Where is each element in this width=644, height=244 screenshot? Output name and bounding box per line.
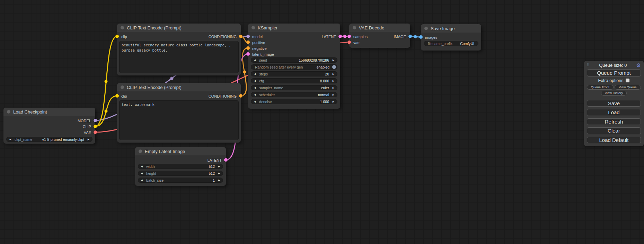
widget-seed[interactable]: ◀ seed 156680208700286 ▶ bbox=[251, 57, 337, 63]
widget-filename-prefix[interactable]: filename_prefix ComfyUI bbox=[424, 41, 478, 46]
decrement-arrow-icon[interactable]: ◀ bbox=[140, 165, 143, 168]
widget-denoise[interactable]: ◀ denoise 1.000 ▶ bbox=[251, 99, 337, 104]
widget-ckpt-name[interactable]: ◀ ckpt_name v1-5-pruned-emaonly.ckpt ▶ bbox=[6, 137, 92, 142]
collapse-icon[interactable] bbox=[424, 27, 428, 30]
node-title-bar[interactable]: CLIP Text Encode (Prompt) bbox=[117, 24, 241, 32]
collapse-icon[interactable] bbox=[252, 26, 255, 29]
widget-cfg[interactable]: ◀ cfg 8.000 ▶ bbox=[251, 78, 337, 83]
toggle-knob[interactable] bbox=[332, 65, 336, 69]
view-queue-button[interactable]: View Queue bbox=[615, 85, 641, 90]
node-clip-text-encode-negative[interactable]: CLIP Text Encode (Prompt) clip CONDITION… bbox=[117, 83, 241, 143]
increment-arrow-icon[interactable]: ▶ bbox=[332, 100, 335, 103]
input-slot-latent-image[interactable] bbox=[246, 52, 250, 56]
node-title-bar[interactable]: KSampler bbox=[248, 24, 340, 32]
input-slot-negative[interactable] bbox=[246, 46, 250, 50]
input-slot-images[interactable] bbox=[419, 35, 423, 39]
increment-arrow-icon[interactable]: ▶ bbox=[218, 165, 221, 168]
collapse-icon[interactable] bbox=[139, 150, 142, 153]
settings-gear-icon[interactable]: ⚙ bbox=[636, 63, 641, 68]
widget-value: 512 bbox=[209, 164, 217, 169]
output-label-latent: LATENT bbox=[208, 158, 222, 162]
increment-arrow-icon[interactable]: ▶ bbox=[218, 172, 221, 175]
decrement-arrow-icon[interactable]: ◀ bbox=[253, 59, 256, 62]
save-button[interactable]: Save bbox=[587, 100, 641, 107]
output-slot-latent[interactable] bbox=[338, 35, 342, 38]
extra-options-checkbox[interactable] bbox=[626, 79, 629, 82]
input-slot-model[interactable] bbox=[246, 35, 250, 38]
node-empty-latent-image[interactable]: Empty Latent Image LATENT ◀ width 512 ▶ … bbox=[135, 147, 226, 186]
slot-list: samples IMAGE vae bbox=[349, 32, 410, 45]
increment-arrow-icon[interactable]: ▶ bbox=[332, 73, 335, 75]
decrement-arrow-icon[interactable]: ◀ bbox=[9, 138, 12, 141]
slot-list: clip CONDITIONING bbox=[117, 91, 241, 99]
drag-handle-icon[interactable]: ⠿ bbox=[587, 63, 590, 67]
widget-steps[interactable]: ◀ steps 20 ▶ bbox=[251, 71, 337, 76]
node-title: Save Image bbox=[431, 26, 455, 31]
output-slot-model[interactable] bbox=[94, 119, 97, 122]
increment-arrow-icon[interactable]: ▶ bbox=[218, 179, 221, 182]
widget-sampler-name[interactable]: ◀ sampler_name euler ▶ bbox=[251, 85, 337, 90]
output-slot-image[interactable] bbox=[408, 35, 412, 38]
decrement-arrow-icon[interactable]: ◀ bbox=[253, 100, 256, 103]
decrement-arrow-icon[interactable]: ◀ bbox=[253, 87, 256, 89]
decrement-arrow-icon[interactable]: ◀ bbox=[253, 80, 256, 82]
node-title-bar[interactable]: Load Checkpoint bbox=[3, 108, 95, 116]
widget-height[interactable]: ◀ height 512 ▶ bbox=[138, 171, 223, 176]
node-title-bar[interactable]: Empty Latent Image bbox=[135, 147, 226, 155]
view-history-button[interactable]: View History bbox=[601, 91, 627, 96]
decrement-arrow-icon[interactable]: ◀ bbox=[140, 172, 143, 175]
increment-arrow-icon[interactable]: ▶ bbox=[332, 59, 335, 62]
output-slot-vae[interactable] bbox=[94, 130, 97, 134]
node-save-image[interactable]: Save Image images filename_prefix ComfyU… bbox=[421, 24, 481, 51]
increment-arrow-icon[interactable]: ▶ bbox=[332, 87, 335, 89]
collapse-icon[interactable] bbox=[121, 85, 124, 89]
load-default-button[interactable]: Load Default bbox=[587, 137, 641, 144]
decrement-arrow-icon[interactable]: ◀ bbox=[253, 93, 256, 96]
widget-scheduler[interactable]: ◀ scheduler normal ▶ bbox=[251, 92, 337, 97]
output-label-model: MODEL bbox=[78, 119, 91, 123]
node-title-bar[interactable]: Save Image bbox=[421, 24, 481, 33]
clear-button[interactable]: Clear bbox=[587, 127, 641, 134]
node-clip-text-encode-positive[interactable]: CLIP Text Encode (Prompt) clip CONDITION… bbox=[117, 24, 241, 75]
queue-front-button[interactable]: Queue Front bbox=[587, 85, 614, 90]
widget-batch-size[interactable]: ◀ batch_size 1 ▶ bbox=[138, 178, 223, 183]
increment-arrow-icon[interactable]: ▶ bbox=[332, 93, 335, 96]
decrement-arrow-icon[interactable]: ◀ bbox=[253, 73, 256, 75]
collapse-icon[interactable] bbox=[353, 26, 356, 29]
output-slot-conditioning[interactable] bbox=[239, 35, 242, 38]
refresh-button[interactable]: Refresh bbox=[587, 118, 641, 125]
node-load-checkpoint[interactable]: Load Checkpoint MODEL CLIP VAE ◀ ckpt_na… bbox=[3, 108, 95, 144]
output-slot-clip[interactable] bbox=[94, 125, 97, 128]
queue-prompt-button[interactable]: Queue Prompt bbox=[587, 69, 641, 76]
collapse-icon[interactable] bbox=[121, 26, 124, 29]
slot-list: model LATENT positive negative latent_im… bbox=[248, 32, 340, 57]
input-slot-samples[interactable] bbox=[347, 35, 351, 38]
output-slot-conditioning[interactable] bbox=[239, 94, 242, 98]
queue-size-label: Queue size: 0 bbox=[590, 63, 636, 68]
input-slot-vae[interactable] bbox=[347, 40, 351, 44]
widget-width[interactable]: ◀ width 512 ▶ bbox=[138, 164, 223, 169]
load-button[interactable]: Load bbox=[587, 109, 641, 116]
node-title-bar[interactable]: CLIP Text Encode (Prompt) bbox=[117, 83, 241, 91]
decrement-arrow-icon[interactable]: ◀ bbox=[140, 179, 143, 182]
node-ksampler[interactable]: KSampler model LATENT positive negative … bbox=[248, 24, 340, 109]
widget-random-seed-toggle[interactable]: Random seed after every gen enabled bbox=[251, 64, 337, 70]
prompt-textarea[interactable]: beautiful scenery nature glass bottle la… bbox=[119, 41, 239, 73]
queue-panel-header: ⠿ Queue size: 0 ⚙ bbox=[587, 63, 641, 68]
input-slot-clip[interactable] bbox=[115, 35, 119, 38]
node-title-bar[interactable]: VAE Decode bbox=[349, 24, 410, 32]
input-slot-clip[interactable] bbox=[115, 94, 119, 98]
slot-list: LATENT bbox=[135, 155, 226, 163]
slot-row: positive bbox=[248, 39, 340, 45]
increment-arrow-icon[interactable]: ▶ bbox=[332, 80, 335, 82]
graph-canvas[interactable]: Load Checkpoint MODEL CLIP VAE ◀ ckpt_na… bbox=[0, 0, 644, 244]
slot-row: vae bbox=[349, 39, 410, 45]
node-title: Load Checkpoint bbox=[13, 109, 47, 115]
output-slot-latent[interactable] bbox=[224, 158, 228, 162]
view-history-row: View History bbox=[587, 91, 641, 96]
increment-arrow-icon[interactable]: ▶ bbox=[87, 138, 90, 141]
node-vae-decode[interactable]: VAE Decode samples IMAGE vae bbox=[349, 24, 410, 48]
collapse-icon[interactable] bbox=[7, 110, 10, 114]
prompt-textarea[interactable]: text, watermark bbox=[119, 100, 239, 140]
input-slot-positive[interactable] bbox=[246, 40, 250, 44]
